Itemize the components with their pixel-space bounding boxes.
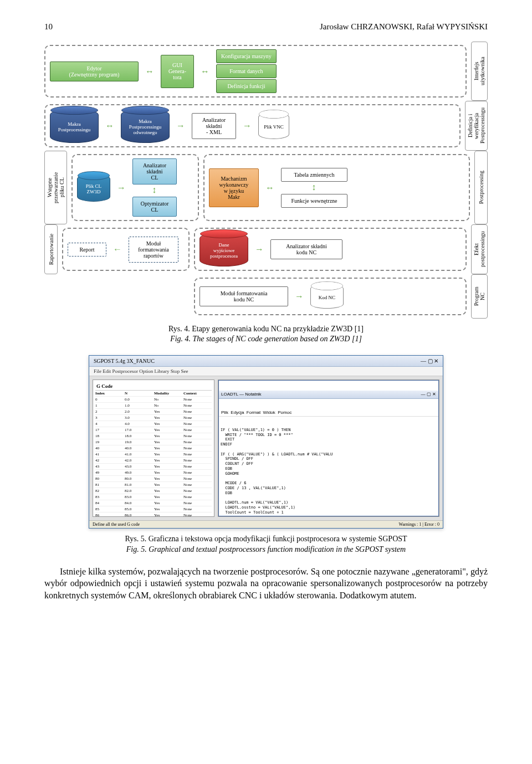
arrow-icon: ← — [112, 244, 123, 254]
box-tabela: Tabela zmiennych — [281, 168, 347, 182]
header-authors: Jarosław CHRZANOWSKI, Rafał WYPYSIŃSKI — [320, 22, 488, 32]
sgpost-screenshot: SGPOST 5.4g 3X_FANUC — ▢ ✕ File Edit Pos… — [89, 355, 443, 529]
table-row: 11.0NoNone — [95, 403, 212, 409]
table-row: 1717.0YesNone — [95, 427, 212, 433]
table-row: 00.0NoNone — [95, 397, 212, 403]
arrow-icon: → — [254, 244, 265, 254]
label-definicja: Definicja i weryfikacja Postprocessingu — [465, 101, 488, 151]
table-row: 4949.0YesNone — [95, 470, 212, 476]
cyl-dane: Dane wyjściowe postprocesora — [200, 232, 248, 266]
box-funkcje: Funkcje wewnętrzne — [281, 194, 347, 208]
notepad-menu: Plik Edycja Format Widok Pomoc — [219, 409, 438, 417]
caption-pl: Rys. 5. Graficzna i tekstowa opcja modyf… — [44, 534, 488, 544]
page-number: 10 — [44, 22, 53, 32]
cyl-vnc: Plik VNC — [258, 112, 289, 139]
table-row: 1818.0YesNone — [95, 433, 212, 439]
table-row: 4040.0YesNone — [95, 445, 212, 452]
label-wstepne: Wstępne przetwarzanie pliku CL — [44, 151, 67, 224]
box-modul-nc: Moduł formatowania kodu NC — [200, 286, 288, 306]
box-analizator-nc: Analizator składni kodu NC — [270, 239, 342, 259]
box-analizator-cl: Analizator składni CL — [132, 158, 177, 184]
box-gui: GUI Genera- tora — [161, 55, 194, 88]
box-config: Konfiguracja maszyny — [216, 49, 277, 63]
table-body: 00.0NoNone11.0NoNone22.0YesNone33.0YesNo… — [95, 397, 212, 517]
figure-5-caption: Rys. 5. Graficzna i tekstowa opcja modyf… — [44, 534, 488, 554]
menubar: File Edit Postprocesor Option Library St… — [89, 367, 443, 376]
arrow-icon: ↔ — [200, 66, 211, 76]
table-row: 8686.0YesNone — [95, 512, 212, 517]
status-right: Warnings : 1 | Error : 0 — [399, 522, 439, 527]
caption-en: Fig. 5. Graphical and textual postproces… — [44, 545, 488, 555]
box-analizator-xml: Analizator składni - XML — [192, 113, 236, 139]
table-row: 8585.0YesNone — [95, 506, 212, 512]
box-mechanizm: Machanizm wykonawczy w języku Makr — [209, 168, 259, 207]
panel-title: G Code — [95, 382, 212, 391]
box-optym: Optymizator CL — [132, 197, 177, 217]
table-row: 8282.0YesNone — [95, 488, 212, 494]
notepad-title: LOADTL — Notatnik — [221, 392, 262, 397]
label-postprocessing: Postprocessing — [474, 151, 488, 224]
caption-pl: Rys. 4. Etapy generowania kodu NC na prz… — [44, 324, 488, 334]
arrow-icon: → — [175, 121, 186, 131]
notepad-code: IF ( VAL("VALUE",1) = 0 ) THEN WRITE / "… — [221, 428, 437, 517]
table-row: 44.0YesNone — [95, 421, 212, 427]
cyl-plik-cl: Plik CL ZW3D — [77, 174, 110, 202]
table-row: 8383.0YesNone — [95, 494, 212, 500]
status-left: Define all the used G code — [93, 522, 140, 527]
arrow-icon: → — [116, 183, 127, 193]
label-raportowanie: Raportowanie — [44, 224, 58, 274]
arrow-icon: → — [242, 121, 253, 131]
table-row: 4141.0YesNone — [95, 452, 212, 458]
table-row: 33.0YesNone — [95, 415, 212, 421]
arrow-icon: → — [294, 291, 305, 301]
arrow-icon: ↔ — [104, 121, 115, 131]
box-def: Definicja funkcji — [216, 79, 277, 93]
architecture-diagram: Edytor (Zewnętrzny program) ↔ GUI Genera… — [44, 42, 488, 319]
box-editor: Edytor (Zewnętrzny program) — [50, 61, 139, 81]
window-controls-icon: — ▢ ✕ — [421, 358, 438, 364]
label-program-nc: Program NC — [471, 274, 488, 319]
arrow-icon: ↔ — [309, 182, 319, 193]
window-controls-icon: — ▢ ✕ — [421, 392, 436, 397]
table-row: 8181.0YesNone — [95, 482, 212, 488]
table-row: 1919.0YesNone — [95, 439, 212, 445]
caption-en: Fig. 4. The stages of NC code generation… — [44, 334, 488, 344]
box-report: Report — [68, 243, 106, 257]
body-paragraph: Istnieje kilka systemów, pozwalających n… — [44, 566, 488, 602]
cyl-makra: Makra Postprocessingu — [50, 109, 99, 143]
table-row: 8484.0YesNone — [95, 500, 212, 506]
arrow-icon: ↔ — [150, 185, 160, 196]
box-format: Format danych — [216, 64, 277, 78]
box-modul-rap: Moduł formatowania raportów — [129, 237, 178, 263]
arrow-icon: ↔ — [264, 183, 275, 193]
table-row: 22.0YesNone — [95, 409, 212, 415]
arrow-icon: ↔ — [144, 66, 155, 76]
notepad-panel: LOADTL — Notatnik — ▢ ✕ Plik Edycja Form… — [218, 380, 439, 517]
cyl-kod-nc: Kod NC — [310, 284, 344, 309]
gcode-panel: G Code Index N Modality Context 00.0NoNo… — [93, 380, 214, 517]
label-interface: Interfejs użytkownika — [471, 42, 488, 101]
window-title: SGPOST 5.4g 3X_FANUC — [94, 358, 155, 364]
table-row: 4343.0YesNone — [95, 464, 212, 470]
table-row: 8080.0YesNone — [95, 476, 212, 482]
table-row: 4242.0YesNone — [95, 458, 212, 464]
table-header: Index N Modality Context — [95, 391, 212, 397]
cyl-makra-odw: Makra Postprocessingu odwrotnego — [121, 109, 170, 143]
label-efekt: Efekt postprocessingu — [471, 224, 488, 274]
figure-4-caption: Rys. 4. Etapy generowania kodu NC na prz… — [44, 324, 488, 344]
